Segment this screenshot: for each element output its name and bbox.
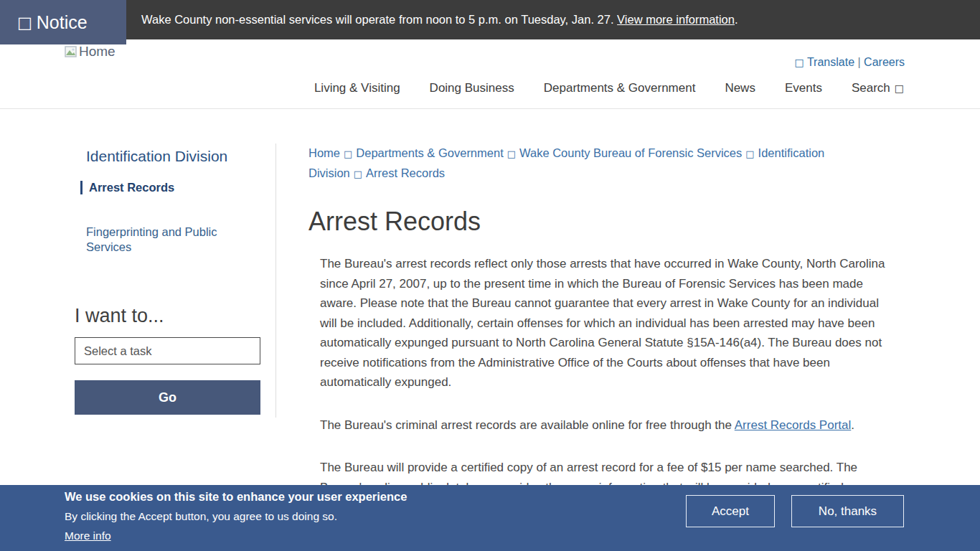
nav-doing-business[interactable]: Doing Business [430,81,514,95]
sidebar-item-arrest-records[interactable]: Arrest Records [80,181,275,194]
paragraph-1: The Bureau's arrest records reflect only… [320,254,891,392]
notice-message-period: . [735,13,738,26]
accept-button[interactable]: Accept [686,495,775,527]
paragraph-2-period: . [851,418,854,432]
task-select-dropdown[interactable]: Select a task [75,337,260,364]
no-thanks-button[interactable]: No, thanks [791,495,904,527]
breadcrumb: Home□Departments & Government□Wake Count… [308,143,825,184]
broken-image-icon [65,46,77,58]
nav-news[interactable]: News [725,81,755,95]
translate-icon: □ [795,57,804,68]
breadcrumb-forensic-services[interactable]: Wake County Bureau of Forensic Services [519,146,742,159]
sidebar-title: Identification Division [86,148,275,165]
content-area: Identification Division Arrest Records F… [0,109,980,497]
breadcrumb-home[interactable]: Home [308,146,340,159]
utility-links: □ Translate | Careers [795,56,905,69]
paragraph-2-text: The Bureau's criminal arrest records are… [320,418,735,432]
notice-bar: □ Notice Wake County non-essential servi… [0,0,980,39]
nav-living-visiting[interactable]: Living & Visiting [314,81,400,95]
notice-message: Wake County non-essential services will … [141,0,980,39]
sidebar-item-fingerprinting-link[interactable]: Fingerprinting and Public Services [86,225,217,253]
arrest-records-portal-link[interactable]: Arrest Records Portal [735,418,852,432]
notice-alert-icon: □ [17,14,32,32]
go-button[interactable]: Go [75,380,260,415]
notice-label-text: Notice [37,12,88,33]
body-copy: The Bureau's arrest records reflect only… [308,254,891,497]
careers-link[interactable]: Careers [864,56,905,68]
main-column: Home□Departments & Government□Wake Count… [308,143,891,497]
page-title: Arrest Records [308,207,891,237]
cookie-text: We use cookies on this site to enhance y… [65,490,407,542]
breadcrumb-separator-icon: □ [742,149,758,159]
breadcrumb-separator-icon: □ [340,149,356,159]
cookie-body: By clicking the Accept button, you agree… [65,510,407,523]
nav-search-label: Search [852,81,890,95]
nav-search[interactable]: Search□ [852,81,904,95]
nav-events[interactable]: Events [785,81,822,95]
cookie-banner: We use cookies on this site to enhance y… [0,485,980,551]
paragraph-2: The Bureau's criminal arrest records are… [320,415,891,435]
i-want-to-title: I want to... [75,305,275,327]
notice-label: □ Notice [0,0,126,44]
translate-link[interactable]: Translate [807,56,854,68]
notice-message-text: Wake County non-essential services will … [141,13,617,26]
sidebar-item-fingerprinting[interactable]: Fingerprinting and Public Services [86,225,237,255]
cookie-title: We use cookies on this site to enhance y… [65,490,407,504]
breadcrumb-arrest-records[interactable]: Arrest Records [366,166,445,179]
nav-departments-government[interactable]: Departments & Government [544,81,696,95]
home-logo-link[interactable]: Home [65,44,116,60]
sidebar-item-arrest-records-link[interactable]: Arrest Records [89,181,174,194]
main-navigation: Living & Visiting Doing Business Departm… [314,81,904,95]
sidebar: Identification Division Arrest Records F… [65,143,276,418]
i-want-to-widget: I want to... Select a task Go [65,305,275,415]
more-info-link[interactable]: More info [65,529,111,542]
site-header: Home □ Translate | Careers Living & Visi… [0,39,980,109]
breadcrumb-separator-icon: □ [350,169,366,179]
breadcrumb-departments[interactable]: Departments & Government [356,146,503,159]
breadcrumb-separator-icon: □ [504,149,519,159]
home-logo-alt-text: Home [79,44,116,60]
utility-separator: | [857,56,860,68]
search-icon: □ [895,83,904,94]
view-more-information-link[interactable]: View more information [617,13,735,26]
